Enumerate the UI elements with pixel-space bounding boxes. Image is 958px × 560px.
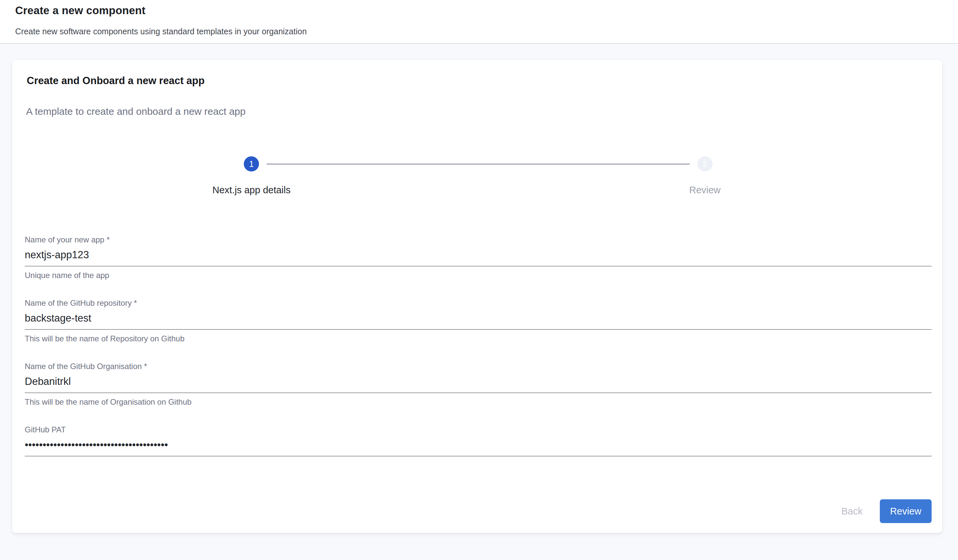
github-organisation-input[interactable] bbox=[25, 375, 932, 393]
step-review[interactable]: 2 Review bbox=[478, 156, 932, 196]
step-2-label: Review bbox=[689, 184, 720, 196]
github-organisation-helper: This will be the name of Organisation on… bbox=[25, 397, 932, 407]
review-button[interactable]: Review bbox=[880, 499, 932, 523]
github-repository-input[interactable] bbox=[25, 312, 932, 330]
github-repository-label: Name of the GitHub repository * bbox=[25, 298, 932, 308]
page-subtitle: Create new software components using sta… bbox=[15, 26, 942, 36]
card-subtitle: A template to create and onboard a new r… bbox=[26, 106, 932, 117]
app-name-label: Name of your new app * bbox=[25, 235, 932, 245]
content-area: Create and Onboard a new react app A tem… bbox=[0, 44, 958, 533]
field-github-repository: Name of the GitHub repository * This wil… bbox=[25, 298, 932, 344]
app-name-helper: Unique name of the app bbox=[25, 270, 932, 280]
step-connector-line bbox=[266, 163, 690, 165]
field-app-name: Name of your new app * Unique name of th… bbox=[25, 235, 932, 280]
step-1-label: Next.js app details bbox=[213, 184, 291, 196]
github-repository-helper: This will be the name of Repository on G… bbox=[25, 334, 932, 344]
field-github-pat: GitHub PAT bbox=[25, 425, 932, 457]
template-form: Name of your new app * Unique name of th… bbox=[25, 235, 932, 457]
github-organisation-label: Name of the GitHub Organisation * bbox=[25, 362, 932, 371]
page-title: Create a new component bbox=[15, 3, 942, 18]
form-actions: Back Review bbox=[25, 499, 932, 523]
step-2-badge: 2 bbox=[697, 156, 712, 171]
stepper: 1 Next.js app details 2 Review bbox=[25, 156, 932, 196]
github-pat-input[interactable] bbox=[25, 439, 932, 457]
app-name-input[interactable] bbox=[25, 249, 932, 267]
field-github-organisation: Name of the GitHub Organisation * This w… bbox=[25, 362, 932, 407]
step-1-badge: 1 bbox=[244, 156, 259, 171]
step-nextjs-app-details[interactable]: 1 Next.js app details bbox=[25, 156, 478, 196]
page-header: Create a new component Create new softwa… bbox=[0, 0, 958, 44]
github-pat-label: GitHub PAT bbox=[25, 425, 932, 435]
card-title: Create and Onboard a new react app bbox=[27, 75, 932, 87]
back-button[interactable]: Back bbox=[831, 499, 872, 523]
template-card: Create and Onboard a new react app A tem… bbox=[12, 60, 942, 533]
